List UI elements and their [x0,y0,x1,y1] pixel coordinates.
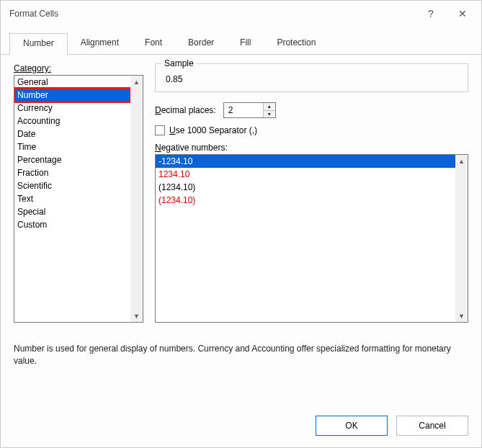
dialog-buttons: OK Cancel [1,406,481,447]
ok-button[interactable]: OK [316,416,388,436]
negative-item-2[interactable]: 1234.10 [156,168,455,181]
decimal-places-row: Decimal places: ▲ ▼ [155,102,468,118]
sample-label: Sample [161,58,197,68]
category-item-percentage[interactable]: Percentage [14,153,130,166]
cancel-button[interactable]: Cancel [396,416,468,436]
thousand-separator-label[interactable]: Use 1000 Separator (,) [169,125,257,135]
tab-alignment[interactable]: Alignment [68,33,132,55]
scroll-down-icon[interactable]: ▼ [130,310,143,322]
negative-scrollbar[interactable]: ▲ ▼ [455,155,468,322]
spin-down-icon[interactable]: ▼ [264,111,275,118]
decimal-places-label: Decimal places: [155,105,216,115]
dialog-title: Format Cells [9,9,415,19]
negative-item-4[interactable]: (1234.10) [156,194,455,207]
category-listbox[interactable]: General Number Currency Accounting Date … [14,75,143,323]
negative-item-1[interactable]: -1234.10 [156,155,455,168]
category-item-accounting[interactable]: Accounting [14,115,130,127]
category-item-currency[interactable]: Currency [14,102,130,115]
category-item-custom[interactable]: Custom [14,218,130,231]
negative-numbers-listbox[interactable]: -1234.10 1234.10 (1234.10) (1234.10) ▲ ▼ [155,154,468,323]
scroll-down-icon[interactable]: ▼ [455,310,468,322]
spinner-buttons: ▲ ▼ [263,103,275,117]
titlebar: Format Cells ? ✕ [1,1,481,27]
tab-border[interactable]: Border [175,33,227,55]
category-item-number[interactable]: Number [14,89,130,102]
category-item-fraction[interactable]: Fraction [14,166,130,179]
negative-list-inner: -1234.10 1234.10 (1234.10) (1234.10) [156,155,455,322]
thousand-separator-checkbox[interactable] [155,125,165,135]
tab-number[interactable]: Number [9,33,68,55]
decimal-places-input[interactable] [224,103,263,117]
category-scrollbar[interactable]: ▲ ▼ [130,76,143,322]
sample-value: 0.85 [161,68,462,84]
category-item-time[interactable]: Time [14,140,130,153]
help-button[interactable]: ? [415,3,447,24]
category-item-special[interactable]: Special [14,205,130,218]
upper-area: Category: General Number Currency Accoun… [14,63,468,323]
scroll-up-icon[interactable]: ▲ [130,76,143,88]
tab-fill[interactable]: Fill [227,33,264,55]
category-item-general[interactable]: General [14,76,130,89]
description-text: Number is used for general display of nu… [14,323,468,367]
tabstrip: Number Alignment Font Border Fill Protec… [1,27,481,55]
spin-up-icon[interactable]: ▲ [264,103,275,111]
category-column: Category: General Number Currency Accoun… [14,63,143,323]
negative-numbers-label: Negative numbers: [155,143,468,153]
category-item-scientific[interactable]: Scientific [14,179,130,192]
options-column: Sample 0.85 Decimal places: ▲ ▼ [155,63,468,323]
thousand-separator-row: Use 1000 Separator (,) [155,125,468,135]
category-label: Category: [14,63,143,73]
scroll-up-icon[interactable]: ▲ [455,155,468,167]
sample-group: Sample 0.85 [155,63,468,92]
tab-protection[interactable]: Protection [264,33,329,55]
negative-item-3[interactable]: (1234.10) [156,181,455,194]
tab-content: Category: General Number Currency Accoun… [1,55,481,406]
close-button[interactable]: ✕ [447,3,478,24]
category-list-inner: General Number Currency Accounting Date … [14,76,130,322]
negative-numbers-section: Negative numbers: -1234.10 1234.10 (1234… [155,143,468,323]
tab-font[interactable]: Font [132,33,175,55]
category-item-date[interactable]: Date [14,127,130,140]
format-cells-dialog: Format Cells ? ✕ Number Alignment Font B… [0,0,482,448]
category-item-text[interactable]: Text [14,192,130,205]
decimal-places-spinner[interactable]: ▲ ▼ [223,102,276,118]
